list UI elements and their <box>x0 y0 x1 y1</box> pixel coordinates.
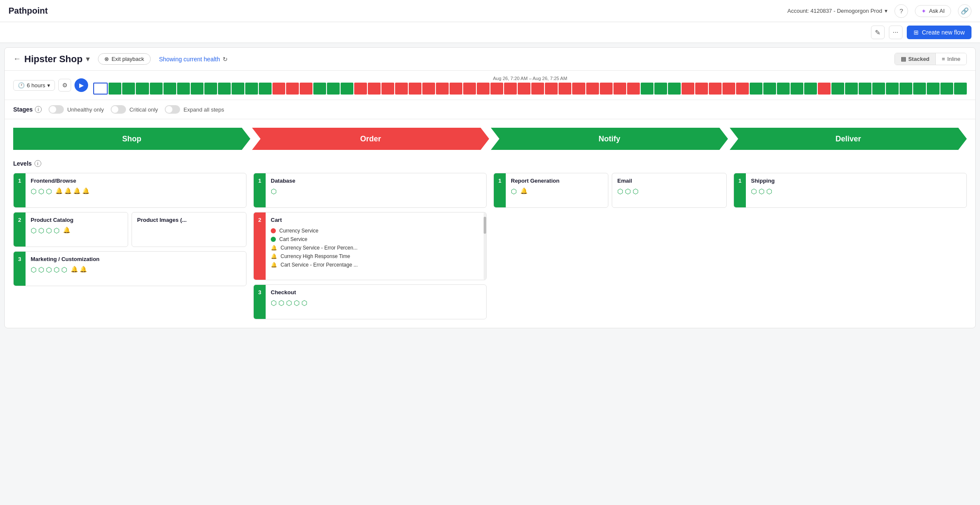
create-flow-button[interactable]: ⊞ Create new flow <box>907 26 971 39</box>
timeline-block[interactable] <box>150 83 163 95</box>
timeline-block[interactable] <box>900 83 912 95</box>
timeline-block[interactable] <box>722 83 735 95</box>
timeline-block[interactable] <box>477 83 490 95</box>
timeline-block[interactable] <box>136 83 149 95</box>
level-card-cart[interactable]: 2 Cart Currency Service Cart Service <box>253 212 487 280</box>
timeline-block[interactable] <box>245 83 258 95</box>
timeline-block[interactable] <box>463 83 476 95</box>
exit-playback-button[interactable]: ⊗ Exit playback <box>98 53 151 65</box>
timeline-block[interactable] <box>300 83 312 95</box>
timeline-block[interactable] <box>341 83 353 95</box>
inline-view-button[interactable]: ≡ Inline <box>936 53 966 65</box>
timeline-block[interactable] <box>313 83 326 95</box>
timeline-block[interactable] <box>641 83 653 95</box>
timeline-block[interactable] <box>600 83 613 95</box>
timeline-block[interactable] <box>272 83 285 95</box>
timeline-block[interactable] <box>368 83 381 95</box>
timeline-block[interactable] <box>409 83 421 95</box>
timeline-block[interactable] <box>872 83 885 95</box>
timeline-block[interactable] <box>750 83 762 95</box>
timeline-block[interactable] <box>572 83 585 95</box>
timeline-block[interactable] <box>286 83 299 95</box>
service-item-currency-resp[interactable]: 🔔 Currency High Response Time <box>271 252 481 261</box>
timeline-block[interactable] <box>450 83 462 95</box>
level-card-report[interactable]: 1 Report Generation ⬡ 🔔 <box>493 173 608 208</box>
help-button[interactable]: ? <box>894 4 908 18</box>
timeline-block[interactable] <box>682 83 694 95</box>
level-card-shipping[interactable]: 1 Shipping ⬡ ⬡ ⬡ <box>734 173 967 208</box>
level-card-product-catalog[interactable]: 2 Product Catalog ⬡ ⬡ ⬡ ⬡ 🔔 <box>13 212 128 247</box>
timeline-block[interactable] <box>545 83 558 95</box>
critical-toggle[interactable] <box>111 105 126 114</box>
timeline-block[interactable] <box>845 83 858 95</box>
timeline-block[interactable] <box>518 83 530 95</box>
timeline-block[interactable] <box>422 83 435 95</box>
timeline-block[interactable] <box>763 83 776 95</box>
timeline-block[interactable] <box>940 83 953 95</box>
timeline-block[interactable] <box>736 83 749 95</box>
level-card-email[interactable]: Email ⬡ ⬡ ⬡ <box>612 173 727 208</box>
timeline-block[interactable] <box>777 83 790 95</box>
time-selector[interactable]: 🕐 6 hours ▾ <box>13 80 55 91</box>
scrollbar[interactable] <box>484 212 486 280</box>
stage-deliver[interactable]: Deliver <box>730 128 967 150</box>
back-arrow-icon[interactable]: ← <box>13 55 21 63</box>
flow-title[interactable]: ← Hipster Shop ▾ <box>13 54 89 65</box>
edit-button[interactable]: ✎ <box>871 26 885 39</box>
timeline-blocks[interactable] <box>93 83 967 95</box>
timeline-block[interactable] <box>354 83 367 95</box>
level-card-frontend[interactable]: 1 Frontend/Browse ⬡ ⬡ ⬡ 🔔 🔔 🔔 🔔 <box>13 173 246 208</box>
timeline-block[interactable] <box>191 83 203 95</box>
timeline-block[interactable] <box>122 83 135 95</box>
timeline-block[interactable] <box>613 83 626 95</box>
timeline-block[interactable] <box>204 83 217 95</box>
timeline-block[interactable] <box>709 83 722 95</box>
timeline-block[interactable] <box>859 83 871 95</box>
timeline-block[interactable] <box>436 83 449 95</box>
service-item-cart[interactable]: Cart Service <box>271 235 481 244</box>
levels-info-icon[interactable]: i <box>34 160 41 167</box>
timeline-block[interactable] <box>818 83 831 95</box>
timeline-block[interactable] <box>627 83 640 95</box>
timeline-block[interactable] <box>381 83 394 95</box>
link-icon-button[interactable]: 🔗 <box>958 4 971 18</box>
level-card-database[interactable]: 1 Database ⬡ <box>253 173 487 208</box>
timeline-block[interactable] <box>654 83 667 95</box>
showing-health[interactable]: Showing current health ↻ <box>159 56 228 63</box>
timeline-block[interactable] <box>163 83 176 95</box>
timeline-block[interactable] <box>668 83 681 95</box>
timeline-block-selected[interactable] <box>93 83 108 95</box>
timeline-block[interactable] <box>927 83 940 95</box>
timeline-block[interactable] <box>913 83 926 95</box>
timeline-block[interactable] <box>559 83 571 95</box>
stage-shop[interactable]: Shop <box>13 128 250 150</box>
timeline-block[interactable] <box>886 83 899 95</box>
timeline-block[interactable] <box>531 83 544 95</box>
timeline-block[interactable] <box>327 83 340 95</box>
timeline-block[interactable] <box>791 83 803 95</box>
service-item-currency-err[interactable]: 🔔 Currency Service - Error Percen... <box>271 244 481 252</box>
refresh-icon[interactable]: ↻ <box>223 56 228 63</box>
unhealthy-toggle[interactable] <box>49 105 64 114</box>
timeline-block[interactable] <box>490 83 503 95</box>
expand-toggle[interactable] <box>165 105 180 114</box>
stacked-view-button[interactable]: ▤ Stacked <box>895 53 936 65</box>
timeline-block[interactable] <box>695 83 708 95</box>
level-card-checkout[interactable]: 3 Checkout ⬡ ⬡ ⬡ ⬡ ⬡ <box>253 284 487 319</box>
stage-notify[interactable]: Notify <box>491 128 728 150</box>
timeline-block[interactable] <box>954 83 967 95</box>
account-selector[interactable]: Account: 4120837 - Demogorgon Prod ▾ <box>788 8 888 14</box>
stage-order[interactable]: Order <box>252 128 489 150</box>
service-item-currency[interactable]: Currency Service <box>271 227 481 235</box>
gear-button[interactable]: ⚙ <box>58 79 71 92</box>
timeline-block[interactable] <box>109 83 121 95</box>
level-card-marketing[interactable]: 3 Marketing / Customization ⬡ ⬡ ⬡ ⬡ ⬡ 🔔 … <box>13 251 246 286</box>
play-button[interactable]: ▶ <box>75 78 88 92</box>
timeline-block[interactable] <box>259 83 272 95</box>
timeline-block[interactable] <box>232 83 244 95</box>
timeline-block[interactable] <box>177 83 190 95</box>
timeline-block[interactable] <box>804 83 817 95</box>
timeline-block[interactable] <box>831 83 844 95</box>
more-options-button[interactable]: ··· <box>889 26 903 39</box>
service-item-cart-err[interactable]: 🔔 Cart Service - Error Percentage ... <box>271 261 481 269</box>
